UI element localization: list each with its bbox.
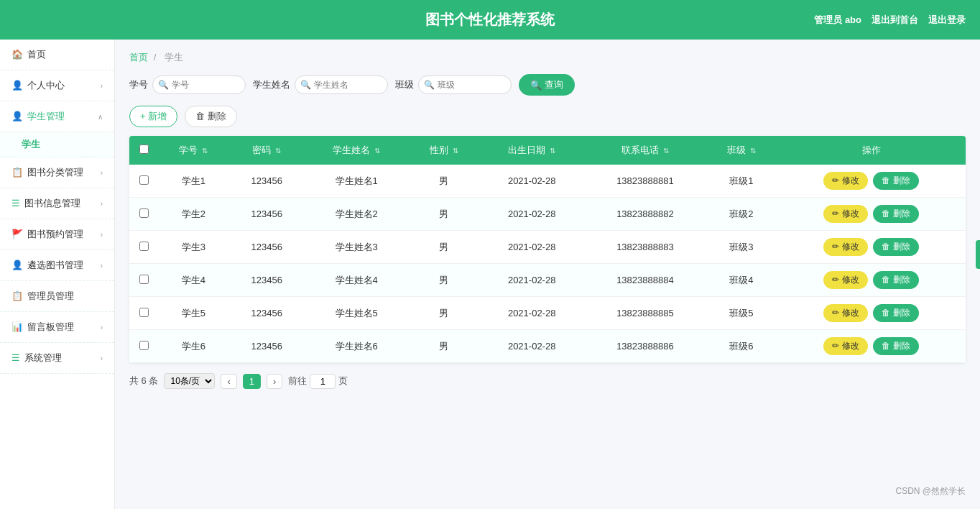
edit-button-5[interactable]: ✏ 修改 [823, 337, 867, 355]
student-icon: 👤 [11, 111, 23, 121]
cell-phone: 13823888886 [584, 330, 706, 363]
row-checkbox-cell [129, 330, 158, 363]
edit-button-1[interactable]: ✏ 修改 [823, 205, 867, 223]
batch-delete-button[interactable]: 🗑 删除 [185, 106, 237, 127]
admin-label: 管理员 abo [814, 14, 861, 27]
select-all-checkbox[interactable] [139, 145, 149, 154]
sidebar-sub-student[interactable]: 学生 [0, 132, 114, 157]
table-row: 学生6 123456 学生姓名6 男 2021-02-28 1382388888… [129, 330, 966, 363]
sidebar-item-student-mgmt[interactable]: 👤学生管理 ∧ [0, 101, 114, 132]
sidebar-item-book-recommend[interactable]: 👤遴选图书管理 › [0, 250, 114, 281]
table-row: 学生5 123456 学生姓名5 男 2021-02-28 1382388888… [129, 297, 966, 330]
sort-icon-dob: ⇅ [550, 147, 555, 155]
sidebar-item-system[interactable]: ☰系统管理 › [0, 343, 114, 374]
cell-dob: 2021-02-28 [479, 264, 584, 297]
cell-gender: 男 [408, 198, 479, 231]
chevron-icon-7: › [101, 324, 103, 331]
student-table: 学号 ⇅ 密码 ⇅ 学生姓名 ⇅ 性别 ⇅ 出生日期 ⇅ 联系电话 ⇅ 班级 ⇅… [129, 136, 966, 363]
class-label: 班级 [395, 78, 414, 91]
sidebar-item-book-order[interactable]: 🚩图书预约管理 › [0, 219, 114, 250]
delete-button-3[interactable]: 🗑 删除 [873, 271, 918, 289]
chevron-icon-5: › [101, 231, 103, 239]
row-checkbox-cell [129, 198, 158, 231]
cell-gender: 男 [408, 330, 479, 363]
sort-icon-id: ⇅ [202, 147, 208, 155]
logout-button[interactable]: 退出登录 [928, 14, 966, 27]
edit-button-2[interactable]: ✏ 修改 [823, 238, 867, 256]
sort-icon-gender: ⇅ [453, 147, 458, 155]
sort-icon-pwd: ⇅ [275, 147, 281, 155]
cell-password: 123456 [229, 330, 305, 363]
home-icon: 🏠 [11, 49, 23, 60]
row-checkbox-cell [129, 231, 158, 264]
cell-password: 123456 [229, 231, 305, 264]
cell-password: 123456 [229, 264, 305, 297]
header-right: 管理员 abo 退出到首台 退出登录 [814, 14, 966, 27]
sidebar-item-book-category[interactable]: 📋图书分类管理 › [0, 157, 114, 188]
cell-class: 班级2 [706, 198, 777, 231]
current-page[interactable]: 1 [243, 374, 261, 389]
sidebar-item-profile[interactable]: 👤个人中心 › [0, 70, 114, 101]
cell-gender: 男 [408, 231, 479, 264]
goto-input[interactable] [310, 374, 336, 389]
edit-button-4[interactable]: ✏ 修改 [823, 304, 867, 322]
sidebar-item-home[interactable]: 🏠首页 [0, 40, 114, 70]
cell-dob: 2021-02-28 [479, 165, 584, 198]
delete-button-4[interactable]: 🗑 删除 [873, 304, 918, 322]
main-layout: 🏠首页 👤个人中心 › 👤学生管理 ∧ 学生 📋图书分类管理 › ☰图书信息管理… [0, 40, 980, 509]
cell-class: 班级1 [706, 165, 777, 198]
breadcrumb-home[interactable]: 首页 [129, 52, 148, 63]
row-checkbox-2[interactable] [139, 242, 149, 251]
edit-button-3[interactable]: ✏ 修改 [823, 271, 867, 289]
cell-id: 学生2 [158, 198, 229, 231]
sidebar-item-admin-mgmt[interactable]: 📋管理员管理 [0, 281, 114, 312]
header-id: 学号 ⇅ [158, 136, 229, 165]
sort-icon-name: ⇅ [374, 147, 380, 155]
cell-dob: 2021-02-28 [479, 297, 584, 330]
row-checkbox-4[interactable] [139, 308, 149, 317]
cell-action: ✏ 修改 🗑 删除 [777, 264, 966, 297]
cell-phone: 13823888882 [584, 198, 706, 231]
chevron-icon-6: › [101, 262, 103, 270]
chevron-icon: › [101, 82, 103, 90]
cell-phone: 13823888885 [584, 297, 706, 330]
row-checkbox-0[interactable] [139, 175, 149, 185]
delete-button-2[interactable]: 🗑 删除 [873, 238, 918, 256]
search-button[interactable]: 🔍 查询 [519, 74, 575, 96]
row-checkbox-cell [129, 165, 158, 198]
table-row: 学生3 123456 学生姓名3 男 2021-02-28 1382388888… [129, 231, 966, 264]
cell-password: 123456 [229, 165, 305, 198]
name-label: 学生姓名 [253, 78, 290, 91]
cell-phone: 13823888883 [584, 231, 706, 264]
add-button[interactable]: + 新增 [129, 106, 177, 127]
row-checkbox-5[interactable] [139, 341, 149, 350]
row-checkbox-3[interactable] [139, 275, 149, 284]
delete-button-1[interactable]: 🗑 删除 [873, 205, 918, 223]
cell-class: 班级4 [706, 264, 777, 297]
header-dob: 出生日期 ⇅ [479, 136, 584, 165]
search-icon-id: 🔍 [158, 80, 169, 90]
search-icon-name: 🔍 [300, 80, 311, 90]
header-gender: 性别 ⇅ [408, 136, 479, 165]
cell-name: 学生姓名6 [305, 330, 409, 363]
next-page-button[interactable]: › [267, 374, 282, 389]
cell-id: 学生6 [158, 330, 229, 363]
table-row: 学生1 123456 学生姓名1 男 2021-02-28 1382388888… [129, 165, 966, 198]
cell-name: 学生姓名5 [305, 297, 409, 330]
cell-gender: 男 [408, 264, 479, 297]
sidebar-item-book-info[interactable]: ☰图书信息管理 › [0, 188, 114, 219]
cell-id: 学生4 [158, 264, 229, 297]
edit-button-0[interactable]: ✏ 修改 [823, 172, 867, 190]
action-bar: + 新增 🗑 删除 [129, 106, 966, 127]
cell-action: ✏ 修改 🗑 删除 [777, 165, 966, 198]
row-checkbox-1[interactable] [139, 208, 149, 218]
admin-icon: 📋 [11, 290, 23, 301]
sidebar-item-comments[interactable]: 📊留言板管理 › [0, 312, 114, 343]
page-size-select[interactable]: 10条/页 20条/页 50条/页 [164, 373, 215, 389]
cell-name: 学生姓名1 [305, 165, 409, 198]
header-password: 密码 ⇅ [229, 136, 305, 165]
back-button[interactable]: 退出到首台 [872, 14, 918, 27]
delete-button-0[interactable]: 🗑 删除 [873, 172, 918, 190]
prev-page-button[interactable]: ‹ [221, 374, 236, 389]
delete-button-5[interactable]: 🗑 删除 [873, 337, 918, 355]
